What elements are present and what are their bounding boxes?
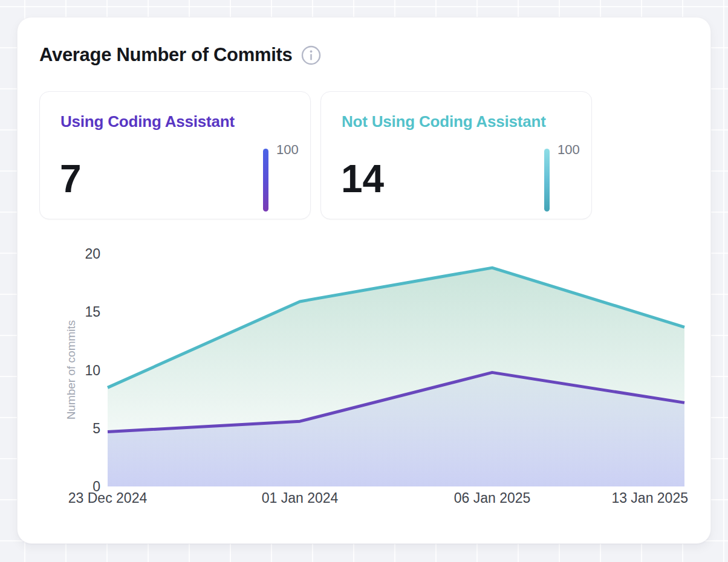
x-tick-label: 06 Jan 2025	[454, 490, 531, 506]
x-tick-label: 01 Jan 2024	[262, 490, 339, 506]
y-axis-title: Number of commits	[65, 320, 77, 420]
x-tick-label: 23 Dec 2024	[68, 490, 148, 506]
y-tick-label: 5	[93, 421, 100, 436]
x-tick-label: 13 Jan 2025	[611, 490, 688, 506]
y-tick-label: 20	[85, 246, 100, 262]
y-tick-label: 10	[85, 363, 100, 378]
commits-area-chart[interactable]: 05101520Number of commits23 Dec 202401 J…	[0, 0, 728, 562]
y-tick-label: 15	[85, 304, 100, 320]
